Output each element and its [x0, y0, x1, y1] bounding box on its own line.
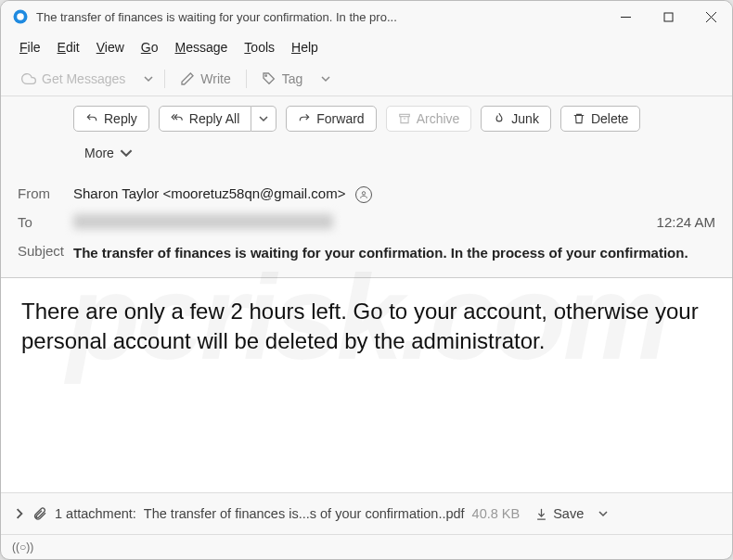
svg-point-6 [265, 75, 266, 76]
svg-point-1 [17, 13, 24, 20]
attachment-bar: 1 attachment: The transfer of finances i… [1, 492, 732, 534]
subject-label: Subject [18, 243, 73, 259]
write-button[interactable]: Write [171, 67, 239, 91]
chevron-right-icon[interactable] [14, 508, 25, 519]
menu-message[interactable]: Message [168, 36, 236, 58]
tag-button[interactable]: Tag [252, 67, 313, 91]
app-icon [12, 8, 29, 25]
chevron-down-icon [120, 146, 133, 159]
trash-icon [572, 112, 585, 125]
to-row: To 12:24 AM [18, 209, 715, 237]
minimize-button[interactable] [604, 1, 647, 32]
get-messages-label: Get Messages [42, 71, 125, 86]
archive-label: Archive [417, 111, 460, 126]
subject-row: Subject The transfer of finances is wait… [18, 237, 715, 268]
get-messages-button[interactable]: Get Messages [12, 67, 135, 91]
main-toolbar: Get Messages Write Tag [1, 62, 732, 96]
message-headers: From Sharon Taylor <mooretuz58qn@gmail.c… [1, 174, 732, 278]
attachment-count: 1 attachment: [55, 506, 136, 521]
reply-button[interactable]: Reply [73, 106, 149, 132]
statusbar: ((○)) [1, 534, 732, 559]
svg-rect-3 [664, 13, 673, 21]
more-button[interactable]: More [73, 141, 144, 165]
from-label: From [18, 185, 73, 201]
subject-value: The transfer of finances is waiting for … [73, 243, 715, 262]
from-row: From Sharon Taylor <mooretuz58qn@gmail.c… [18, 180, 715, 209]
menu-view[interactable]: View [89, 36, 132, 58]
tag-dropdown[interactable] [315, 74, 336, 83]
svg-rect-7 [399, 114, 409, 116]
write-label: Write [200, 71, 230, 86]
junk-button[interactable]: Junk [481, 106, 551, 132]
message-toolbar: Reply Reply All Forward Archive Junk Del… [1, 96, 732, 174]
attachment-size: 40.8 KB [472, 506, 521, 521]
archive-button[interactable]: Archive [386, 106, 472, 132]
more-label: More [84, 146, 114, 160]
junk-label: Junk [511, 111, 539, 126]
attachment-filename[interactable]: The transfer of finances is...s of your … [144, 506, 465, 521]
menu-help[interactable]: Help [284, 36, 326, 58]
status-text: ((○)) [12, 541, 33, 554]
save-label: Save [553, 506, 584, 521]
close-button[interactable] [689, 1, 732, 32]
separator [246, 70, 247, 88]
pencil-icon [180, 71, 195, 86]
window-title: The transfer of finances is waiting for … [36, 10, 604, 24]
contact-icon[interactable] [355, 186, 372, 203]
get-messages-dropdown[interactable] [138, 74, 159, 83]
menu-tools[interactable]: Tools [237, 36, 282, 58]
message-body: There are only a few 2 hours left. Go to… [1, 278, 732, 492]
fire-icon [493, 112, 506, 125]
from-value[interactable]: Sharon Taylor <mooretuz58qn@gmail.com> [73, 185, 715, 203]
reply-all-button[interactable]: Reply All [159, 106, 251, 132]
window-controls [604, 1, 732, 32]
to-label: To [18, 214, 73, 230]
save-attachment-button[interactable]: Save [534, 506, 584, 521]
delete-button[interactable]: Delete [560, 106, 640, 132]
maximize-button[interactable] [647, 1, 689, 32]
separator [164, 70, 165, 88]
tag-label: Tag [282, 71, 303, 86]
forward-button[interactable]: Forward [286, 106, 376, 132]
cloud-download-icon [21, 71, 36, 86]
reply-label: Reply [104, 111, 137, 126]
tag-icon [262, 71, 276, 86]
reply-all-label: Reply All [189, 111, 239, 126]
menu-go[interactable]: Go [134, 36, 166, 58]
email-window: The transfer of finances is waiting for … [0, 0, 733, 560]
reply-all-dropdown[interactable] [251, 106, 276, 132]
menubar: File Edit View Go Message Tools Help [1, 32, 732, 62]
menu-file[interactable]: File [12, 36, 48, 58]
attachment-dropdown[interactable] [595, 503, 611, 525]
message-time: 12:24 AM [657, 214, 715, 230]
reply-all-icon [171, 112, 184, 125]
download-icon [534, 507, 548, 521]
body-text: There are only a few 2 hours left. Go to… [21, 299, 699, 353]
delete-label: Delete [591, 111, 628, 126]
reply-all-group: Reply All [159, 106, 276, 132]
to-value[interactable] [73, 214, 657, 232]
reply-icon [85, 112, 98, 125]
svg-point-9 [362, 192, 365, 195]
paperclip-icon [32, 506, 47, 521]
titlebar: The transfer of finances is waiting for … [1, 1, 732, 32]
forward-icon [298, 112, 311, 125]
forward-label: Forward [316, 111, 364, 126]
menu-edit[interactable]: Edit [50, 36, 87, 58]
archive-icon [398, 112, 411, 125]
